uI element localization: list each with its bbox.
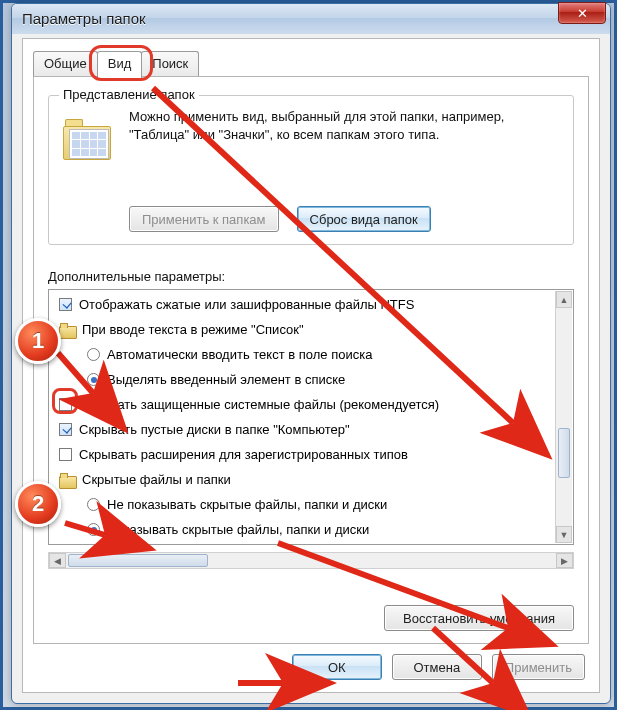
ok-button[interactable]: ОК [292, 654, 382, 680]
folder-views-legend: Представление папок [59, 87, 199, 102]
list-item[interactable]: Автоматически вводить текст в поле поиск… [51, 342, 554, 367]
window-title: Параметры папок [22, 10, 146, 27]
list-item-label: Показывать скрытые файлы, папки и диски [107, 522, 369, 537]
folder-options-dialog: Параметры папок ✕ Общие Вид Поиск Предст… [11, 3, 611, 704]
list-item[interactable]: Выделять введенный элемент в списке [51, 367, 554, 392]
list-item-label: При вводе текста в режиме "Список" [82, 322, 304, 337]
checkbox-icon[interactable] [59, 423, 72, 436]
list-group[interactable]: При вводе текста в режиме "Список" [51, 317, 554, 342]
annotation-badge-1: 1 [15, 318, 61, 364]
client-area: Общие Вид Поиск Представление папок Можн… [22, 38, 600, 693]
checkbox-icon[interactable] [59, 298, 72, 311]
scroll-down-arrow[interactable]: ▼ [556, 526, 572, 543]
checkbox-icon[interactable] [59, 448, 72, 461]
list-item-label: Не показывать скрытые файлы, папки и дис… [107, 497, 387, 512]
scroll-thumb[interactable] [558, 428, 570, 478]
radio-icon[interactable] [87, 498, 100, 511]
list-item-label: Скрывать пустые диски в папке "Компьютер… [79, 422, 350, 437]
list-item[interactable]: Скрывать пустые диски в папке "Компьютер… [51, 417, 554, 442]
reset-folder-views-button[interactable]: Сброс вида папок [297, 206, 431, 232]
list-item[interactable]: Не показывать скрытые файлы, папки и дис… [51, 492, 554, 517]
list-item-label: Скрытые файлы и папки [82, 472, 231, 487]
list-item-label: Выделять введенный элемент в списке [107, 372, 345, 387]
checkbox-icon[interactable] [59, 398, 72, 411]
advanced-settings-wrap: ▲ ▼ Отображать сжатые или зашифрованные … [48, 289, 574, 569]
scroll-up-arrow[interactable]: ▲ [556, 291, 572, 308]
restore-defaults-button[interactable]: Восстановить умолчания [384, 605, 574, 631]
tab-general[interactable]: Общие [33, 51, 98, 77]
horizontal-scrollbar[interactable]: ◀ ▶ [48, 552, 574, 569]
tab-panel-view: Представление папок Можно применить вид,… [33, 76, 589, 644]
list-item-label: Отображать сжатые или зашифрованные файл… [79, 297, 414, 312]
advanced-settings-label: Дополнительные параметры: [48, 269, 225, 284]
list-item-protected-files[interactable]: Скрывать защищенные системные файлы (рек… [51, 392, 554, 417]
radio-icon[interactable] [87, 523, 100, 536]
cancel-button[interactable]: Отмена [392, 654, 482, 680]
tab-row: Общие Вид Поиск [33, 51, 198, 77]
tab-search[interactable]: Поиск [141, 51, 199, 77]
list-item-label: Скрывать расширения для зарегистрированн… [79, 447, 408, 462]
vertical-scrollbar[interactable]: ▲ ▼ [555, 291, 572, 543]
folder-icon [59, 473, 75, 487]
close-icon: ✕ [577, 6, 588, 21]
list-inner: Отображать сжатые или зашифрованные файл… [51, 292, 554, 542]
advanced-settings-list[interactable]: ▲ ▼ Отображать сжатые или зашифрованные … [48, 289, 574, 545]
scroll-right-arrow[interactable]: ▶ [556, 553, 573, 568]
scroll-track[interactable] [556, 308, 572, 526]
folder-views-group: Представление папок Можно применить вид,… [48, 95, 574, 245]
hscroll-thumb[interactable] [68, 554, 208, 567]
apply-button[interactable]: Применить [492, 654, 585, 680]
scroll-left-arrow[interactable]: ◀ [49, 553, 66, 568]
tab-view[interactable]: Вид [97, 51, 143, 78]
list-item-label: Скрывать защищенные системные файлы (рек… [79, 397, 439, 412]
close-button[interactable]: ✕ [558, 2, 606, 24]
annotation-badge-2: 2 [15, 481, 61, 527]
list-item[interactable]: Отображать сжатые или зашифрованные файл… [51, 292, 554, 317]
list-item-show-hidden[interactable]: Показывать скрытые файлы, папки и диски [51, 517, 554, 542]
list-item[interactable]: Скрывать расширения для зарегистрированн… [51, 442, 554, 467]
dialog-buttons: ОК Отмена Применить [292, 654, 585, 680]
folder-icon [59, 323, 75, 337]
folder-icon [63, 118, 111, 160]
list-group[interactable]: Скрытые файлы и папки [51, 467, 554, 492]
titlebar[interactable]: Параметры папок ✕ [12, 4, 610, 34]
folder-views-buttons: Применить к папкам Сброс вида папок [129, 206, 431, 232]
screenshot-canvas: Параметры папок ✕ Общие Вид Поиск Предст… [0, 0, 617, 710]
radio-icon[interactable] [87, 373, 100, 386]
folder-views-description: Можно применить вид, выбранный для этой … [129, 108, 559, 143]
apply-to-folders-button[interactable]: Применить к папкам [129, 206, 279, 232]
radio-icon[interactable] [87, 348, 100, 361]
list-item-label: Автоматически вводить текст в поле поиск… [107, 347, 372, 362]
